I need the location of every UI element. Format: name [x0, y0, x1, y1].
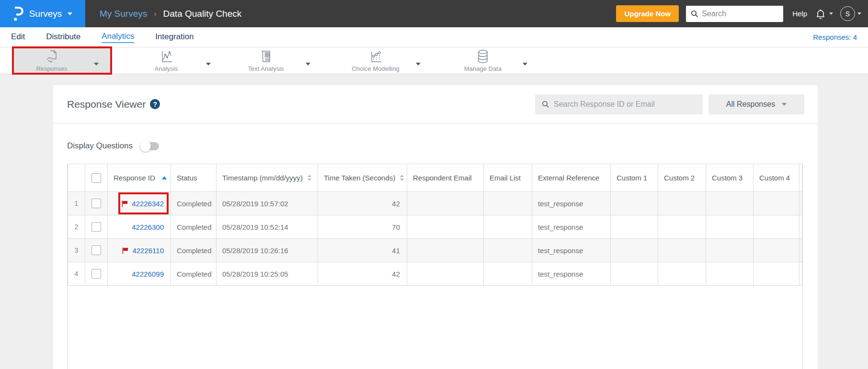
col-spacer — [799, 164, 802, 192]
tab-edit[interactable]: Edit — [11, 32, 25, 43]
col-custom-2: Custom 2 — [658, 164, 706, 192]
tab-distribute[interactable]: Distribute — [46, 32, 80, 43]
analysis-icon — [159, 49, 173, 64]
responses-filter-dropdown[interactable]: All Responses — [708, 94, 804, 114]
custom-2-cell — [658, 262, 706, 286]
response-viewer-card: Response Viewer ? All Responses Display … — [53, 85, 818, 369]
status-cell: Completed — [171, 215, 217, 239]
custom-3-cell — [706, 215, 754, 239]
response-id-cell: 42226110 — [108, 239, 171, 262]
row-checkbox[interactable] — [91, 246, 101, 255]
table-row: 4 42226099 Completed 05/28/2019 10:25:05… — [68, 262, 802, 286]
responses-count: Responses: 4 — [813, 33, 857, 41]
tab-analytics[interactable]: Analytics — [102, 32, 134, 43]
response-id-link[interactable]: 42226342 — [132, 200, 164, 208]
col-external-reference: External Reference — [532, 164, 611, 192]
notifications-menu[interactable] — [814, 7, 833, 21]
respondent-email-cell — [407, 215, 484, 239]
toolbar-item-label: Manage Data — [464, 65, 502, 72]
timestamp-cell: 05/28/2019 10:52:14 — [217, 215, 318, 239]
custom-4-cell — [754, 239, 799, 262]
response-id-link[interactable]: 42226300 — [132, 223, 164, 231]
row-number: 1 — [68, 192, 85, 215]
timestamp-cell: 05/28/2019 10:25:05 — [217, 262, 318, 286]
col-time-taken[interactable]: Time Taken (Seconds) — [318, 164, 407, 192]
time-taken-cell: 42 — [318, 262, 407, 286]
external-reference-cell: test_response — [532, 192, 611, 215]
toolbar-responses-button[interactable]: Responses — [13, 47, 111, 74]
breadcrumb-my-surveys[interactable]: My Surveys — [100, 9, 147, 19]
select-all-checkbox[interactable] — [91, 173, 101, 183]
email-list-cell — [484, 192, 532, 215]
custom-3-cell — [706, 239, 754, 262]
responses-icon — [45, 49, 59, 64]
response-id-link[interactable]: 42226099 — [132, 270, 164, 278]
respondent-email-cell — [407, 192, 484, 215]
toolbar-item-label: Responses — [36, 65, 67, 72]
toolbar-manage-data-button[interactable]: Manage Data — [447, 47, 527, 74]
timestamp-cell: 05/28/2019 10:57:02 — [217, 192, 318, 215]
chevron-down-icon[interactable] — [416, 63, 421, 66]
toolbar-text-analysis-button[interactable]: Text Analysis — [230, 47, 310, 74]
display-questions-row: Display Questions — [67, 140, 818, 152]
row-checkbox[interactable] — [91, 199, 101, 208]
custom-4-cell — [754, 262, 799, 286]
col-checkbox — [85, 164, 108, 192]
chevron-down-icon — [829, 12, 833, 15]
toolbar-item-label: Text Analysis — [248, 65, 284, 72]
col-custom-1: Custom 1 — [611, 164, 658, 192]
account-menu[interactable]: S — [840, 6, 861, 21]
toolbar-item-label: Choice Modelling — [352, 65, 400, 72]
chevron-down-icon[interactable] — [206, 63, 211, 66]
custom-1-cell — [611, 262, 658, 286]
email-list-cell — [484, 239, 532, 262]
global-search-input[interactable] — [702, 10, 774, 18]
col-custom-4: Custom 4 — [754, 164, 799, 192]
display-questions-toggle[interactable] — [141, 142, 159, 150]
chevron-down-icon[interactable] — [523, 63, 527, 66]
search-icon — [542, 101, 549, 108]
bell-icon — [814, 7, 827, 21]
help-link[interactable]: Help — [792, 10, 807, 18]
col-response-id[interactable]: Response ID — [108, 164, 171, 192]
response-id-cell: 42226342 — [108, 192, 171, 215]
custom-4-cell — [754, 215, 799, 239]
custom-1-cell — [611, 215, 658, 239]
text-analysis-icon — [259, 49, 273, 64]
email-list-cell — [484, 262, 532, 286]
response-id-link[interactable]: 42226110 — [132, 246, 164, 255]
chevron-down-icon[interactable] — [306, 63, 310, 66]
breadcrumb: My Surveys › Data Quality Check — [100, 9, 241, 19]
chevron-down-icon[interactable] — [94, 63, 99, 66]
chevron-down-icon — [782, 103, 787, 106]
top-bar: Surveys My Surveys › Data Quality Check … — [0, 0, 868, 27]
timestamp-cell: 05/28/2019 10:26:16 — [217, 239, 318, 262]
responses-table-container: Response ID Status Timestamp (mm/dd/yyyy… — [67, 164, 803, 369]
toolbar-analysis-button[interactable]: Analysis — [130, 47, 211, 74]
chevron-down-icon — [857, 12, 861, 15]
help-icon[interactable]: ? — [150, 99, 160, 109]
col-timestamp[interactable]: Timestamp (mm/dd/yyyy) — [217, 164, 318, 192]
col-status: Status — [171, 164, 217, 192]
filter-selected-value: All Responses — [726, 100, 775, 109]
surveys-menu[interactable]: Surveys — [0, 0, 85, 27]
col-email-list: Email List — [484, 164, 532, 192]
viewer-header: Response Viewer ? All Responses — [53, 85, 818, 123]
respondent-email-cell — [407, 262, 484, 286]
custom-3-cell — [706, 192, 754, 215]
row-checkbox[interactable] — [91, 269, 101, 279]
spacer-cell — [799, 192, 802, 215]
row-checkbox[interactable] — [91, 222, 101, 232]
row-number: 2 — [68, 215, 85, 239]
main-content: Response Viewer ? All Responses Display … — [0, 74, 868, 369]
toolbar-choice-modelling-button[interactable]: Choice Modelling — [339, 47, 421, 74]
flag-icon — [121, 200, 128, 207]
upgrade-now-button[interactable]: Upgrade Now — [616, 5, 679, 22]
tab-integration[interactable]: Integration — [155, 32, 194, 43]
email-list-cell — [484, 215, 532, 239]
status-cell: Completed — [171, 192, 217, 215]
response-id-cell: 42226300 — [108, 215, 171, 239]
custom-2-cell — [658, 215, 706, 239]
chevron-down-icon — [68, 12, 72, 15]
response-search-input[interactable] — [554, 100, 688, 109]
